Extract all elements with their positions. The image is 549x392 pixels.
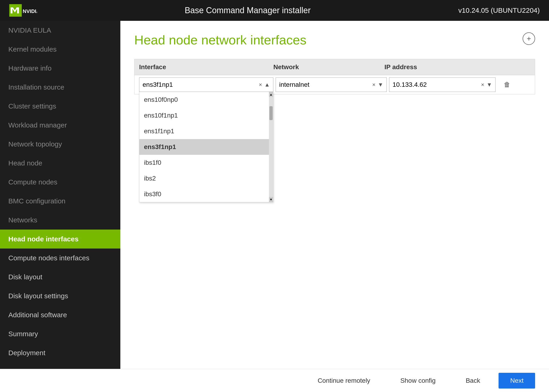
interface-value: ens3f1np1 — [143, 81, 259, 88]
add-interface-button[interactable]: + — [523, 32, 535, 45]
table-header: Interface Network IP address — [134, 59, 535, 75]
continue-remotely-button[interactable]: Continue remotely — [306, 373, 382, 389]
dropdown-scroll-container: ens10f0np0 ens10f1np1 ens1f1np1 ens3f1np… — [139, 92, 273, 202]
ip-value: 10.133.4.62 — [393, 81, 481, 88]
sidebar-item-network-topology[interactable]: Network topology — [0, 135, 120, 154]
content-header: Head node network interfaces + — [134, 32, 535, 59]
dropdown-option-ens10f1np1[interactable]: ens10f1np1 — [139, 108, 269, 123]
table-row: ens3f1np1 × ▲ ens10f0np0 ens10f1np1 e — [134, 75, 535, 94]
sidebar-item-head-node[interactable]: Head node — [0, 154, 120, 173]
scrollbar-track[interactable] — [269, 97, 273, 197]
sidebar-item-disk-layout-settings[interactable]: Disk layout settings — [0, 287, 120, 305]
sidebar-item-head-node-interfaces[interactable]: Head node interfaces — [0, 230, 120, 249]
col-interface: Interface — [139, 63, 273, 71]
logo-area: NVIDIA. — [9, 4, 37, 17]
scrollbar-down-arrow[interactable]: ▼ — [269, 197, 273, 202]
next-button[interactable]: Next — [499, 373, 535, 389]
sidebar-item-summary[interactable]: Summary — [0, 324, 120, 343]
back-button[interactable]: Back — [454, 373, 492, 389]
page-title: Head node network interfaces — [134, 32, 535, 48]
interface-dropdown[interactable]: ens3f1np1 × ▲ ens10f0np0 ens10f1np1 e — [139, 77, 273, 92]
show-config-button[interactable]: Show config — [389, 373, 447, 389]
network-dropdown-icons: × ▼ — [372, 81, 383, 88]
scrollbar-thumb[interactable] — [269, 106, 273, 120]
col-ip-address: IP address — [384, 63, 491, 71]
sidebar-item-deployment[interactable]: Deployment — [0, 343, 120, 362]
sidebar-item-cluster-settings[interactable]: Cluster settings — [0, 97, 120, 116]
scrollbar-up-arrow[interactable]: ▲ — [269, 92, 273, 97]
dropdown-option-ibs1f0[interactable]: ibs1f0 — [139, 155, 269, 171]
sidebar-item-compute-nodes-interfaces[interactable]: Compute nodes interfaces — [0, 249, 120, 267]
col-network: Network — [273, 63, 384, 71]
dropdown-scrollbar[interactable]: ▲ ▼ — [269, 92, 273, 202]
chevron-down-network-icon[interactable]: ▼ — [378, 81, 383, 88]
col-actions — [491, 63, 509, 71]
dropdown-icons: × ▲ — [259, 81, 270, 88]
dropdown-option-ens10f0np0[interactable]: ens10f0np0 — [139, 92, 269, 108]
dropdown-option-ens1f1np1[interactable]: ens1f1np1 — [139, 123, 269, 139]
clear-interface-icon[interactable]: × — [259, 81, 262, 88]
sidebar-item-compute-nodes[interactable]: Compute nodes — [0, 173, 120, 192]
network-dropdown[interactable]: internalnet × ▼ — [276, 77, 387, 92]
sidebar-item-installation-source[interactable]: Installation source — [0, 78, 120, 97]
network-value: internalnet — [279, 81, 372, 88]
content-area: Head node network interfaces + Interface… — [120, 21, 549, 369]
app-version: v10.24.05 (UBUNTU2204) — [458, 7, 540, 14]
app-title: Base Command Manager installer — [37, 6, 458, 15]
dropdown-option-ens3f1np1[interactable]: ens3f1np1 — [139, 139, 269, 155]
sidebar-item-workload-manager[interactable]: Workload manager — [0, 116, 120, 135]
chevron-up-icon[interactable]: ▲ — [264, 81, 270, 88]
chevron-down-ip-icon[interactable]: ▼ — [486, 81, 492, 88]
ip-dropdown[interactable]: 10.133.4.62 × ▼ — [389, 77, 496, 92]
network-dropdown-input[interactable]: internalnet × ▼ — [276, 77, 387, 92]
nvidia-logo-icon: NVIDIA. — [9, 4, 37, 17]
sidebar-item-additional-software[interactable]: Additional software — [0, 305, 120, 324]
main-layout: NVIDIA EULA Kernel modules Hardware info… — [0, 21, 549, 369]
dropdown-list-inner: ens10f0np0 ens10f1np1 ens1f1np1 ens3f1np… — [139, 92, 269, 202]
sidebar-item-nvidia-eula[interactable]: NVIDIA EULA — [0, 21, 120, 40]
interfaces-table: Interface Network IP address ens3f1np1 ×… — [134, 59, 535, 94]
delete-row-button[interactable]: 🗑 — [498, 77, 516, 88]
clear-ip-icon[interactable]: × — [481, 81, 484, 88]
interface-dropdown-input[interactable]: ens3f1np1 × ▲ — [139, 77, 273, 92]
clear-network-icon[interactable]: × — [372, 81, 375, 88]
sidebar-item-kernel-modules[interactable]: Kernel modules — [0, 40, 120, 59]
sidebar-item-bmc-configuration[interactable]: BMC configuration — [0, 192, 120, 210]
sidebar: NVIDIA EULA Kernel modules Hardware info… — [0, 21, 120, 369]
add-icon: + — [527, 35, 531, 43]
sidebar-item-networks[interactable]: Networks — [0, 210, 120, 230]
ip-dropdown-icons: × ▼ — [481, 81, 492, 88]
dropdown-option-ibs3f0[interactable]: ibs3f0 — [139, 186, 269, 202]
dropdown-option-ibs2[interactable]: ibs2 — [139, 171, 269, 186]
footer: Continue remotely Show config Back Next — [0, 369, 549, 392]
header: NVIDIA. Base Command Manager installer v… — [0, 0, 549, 21]
sidebar-item-disk-layout[interactable]: Disk layout — [0, 267, 120, 287]
ip-dropdown-input[interactable]: 10.133.4.62 × ▼ — [389, 77, 496, 92]
svg-text:NVIDIA.: NVIDIA. — [23, 8, 37, 14]
interface-dropdown-list: ens10f0np0 ens10f1np1 ens1f1np1 ens3f1np… — [139, 92, 273, 202]
sidebar-item-hardware-info[interactable]: Hardware info — [0, 59, 120, 78]
